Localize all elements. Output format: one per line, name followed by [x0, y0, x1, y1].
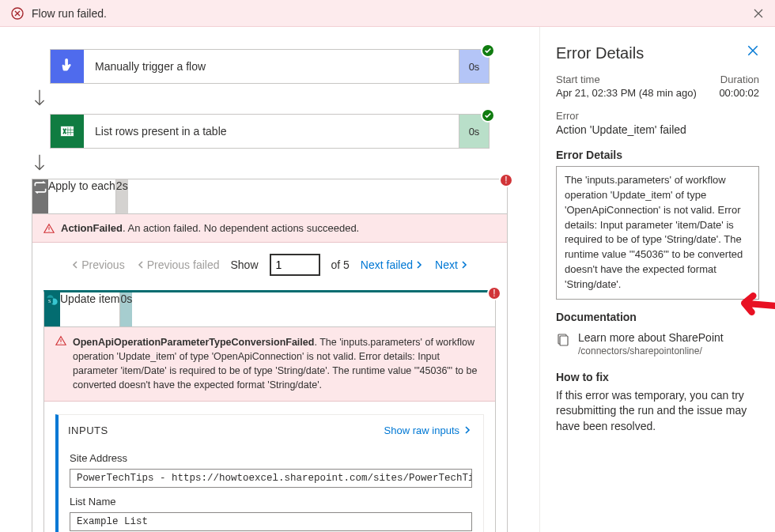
svg-text:S: S — [48, 299, 51, 304]
inputs-heading: INPUTS — [68, 424, 384, 436]
step-duration: 2s — [115, 179, 128, 213]
step-title: Update item — [60, 292, 119, 326]
error-icon — [11, 7, 24, 20]
how-to-fix-heading: How to fix — [556, 371, 759, 383]
show-raw-inputs-link[interactable]: Show raw inputs — [384, 424, 472, 436]
error-details-panel: Error Details Start time Apr 21, 02:33 P… — [539, 27, 775, 532]
step-list-rows[interactable]: List rows present in a table 0s — [50, 114, 490, 149]
flow-canvas: Manually trigger a flow 0s List rows pre… — [0, 27, 539, 532]
error-details-heading: Error Details — [556, 149, 759, 161]
start-time-label: Start time — [556, 74, 719, 85]
alert-code: ActionFailed — [61, 222, 123, 234]
success-badge-icon — [481, 108, 495, 123]
error-value: Action 'Update_item' failed — [556, 123, 759, 136]
error-label: Error — [556, 110, 759, 122]
step-title: List rows present in a table — [84, 115, 459, 148]
document-icon — [556, 333, 570, 347]
error-badge-icon: ! — [499, 173, 513, 187]
site-address-label: Site Address — [70, 452, 472, 464]
pager-total: of 5 — [331, 258, 350, 271]
step-title: Apply to each — [48, 179, 115, 213]
step-manual-trigger[interactable]: Manually trigger a flow 0s — [50, 49, 490, 84]
documentation-heading: Documentation — [556, 311, 759, 323]
pager-input[interactable] — [270, 254, 320, 276]
manual-trigger-icon — [51, 50, 84, 83]
pager-next[interactable]: Next — [435, 258, 469, 271]
action-failed-alert: ActionFailed. An action failed. No depen… — [32, 214, 507, 243]
arrow-down-icon — [32, 149, 508, 179]
success-badge-icon — [481, 43, 495, 58]
alert-code: OpenApiOperationParameterTypeConversionF… — [73, 337, 314, 348]
warning-icon — [43, 223, 55, 234]
banner-text: Flow run failed. — [32, 7, 753, 20]
list-name-value[interactable]: Example List — [70, 512, 472, 531]
site-address-value[interactable]: PowerTechTips - https://howtoexcel.share… — [70, 469, 472, 488]
warning-icon — [55, 335, 66, 393]
panel-close-icon[interactable] — [747, 44, 759, 57]
pager-previous[interactable]: Previous — [70, 258, 124, 271]
svg-rect-8 — [560, 336, 568, 345]
pager: Previous Previous failed Show of 5 Next … — [32, 243, 507, 287]
arrow-down-icon — [32, 84, 508, 114]
documentation-link[interactable]: Learn more about SharePoint /connectors/… — [556, 331, 759, 357]
step-update-item[interactable]: S Update item 0s — [44, 292, 495, 327]
alert-msg: . An action failed. No dependent actions… — [123, 222, 359, 234]
excel-icon — [51, 115, 84, 148]
svg-rect-1 — [61, 126, 74, 136]
error-details-text[interactable]: The 'inputs.parameters' of workflow oper… — [556, 166, 759, 300]
sharepoint-icon: S — [44, 292, 60, 326]
pager-next-failed[interactable]: Next failed — [361, 258, 424, 271]
panel-title: Error Details — [556, 44, 759, 62]
how-to-fix-text: If this error was temporary, you can try… — [556, 388, 759, 435]
start-time-value: Apr 21, 02:33 PM (48 min ago) — [556, 87, 719, 99]
step-apply-to-each[interactable]: Apply to each 2s — [32, 179, 507, 214]
conversion-failed-alert: OpenApiOperationParameterTypeConversionF… — [44, 327, 495, 402]
loop-icon — [32, 179, 48, 213]
step-title: Manually trigger a flow — [84, 50, 459, 83]
inputs-card: INPUTS Show raw inputs Site Address Powe… — [55, 414, 484, 533]
duration-value: 00:00:02 — [719, 87, 759, 99]
list-name-label: List Name — [70, 496, 472, 507]
update-item-block: S Update item 0s ! OpenApiOperationParam… — [43, 290, 496, 532]
error-badge-icon: ! — [487, 286, 501, 300]
error-banner: Flow run failed. — [0, 0, 775, 27]
banner-close-icon[interactable] — [753, 8, 764, 19]
duration-label: Duration — [719, 74, 759, 85]
apply-to-each-block: Apply to each 2s ! ActionFailed. An acti… — [32, 179, 508, 532]
pager-previous-failed[interactable]: Previous failed — [136, 258, 220, 271]
step-duration: 0s — [119, 292, 132, 326]
pager-show-label: Show — [230, 258, 258, 271]
